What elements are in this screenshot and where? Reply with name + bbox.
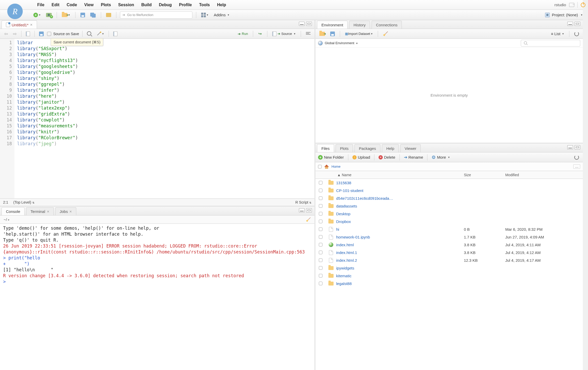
minimize-pane-icon[interactable]	[299, 22, 305, 26]
go-to-file-input[interactable]: ➔Go to file/function	[120, 11, 192, 19]
console-output[interactable]: Type 'demo()' for some demos, 'help()' f…	[0, 224, 314, 370]
code-tools-button[interactable]: ▼	[95, 30, 105, 37]
save-button[interactable]	[79, 11, 86, 19]
file-checkbox[interactable]	[319, 274, 322, 278]
breadcrumb-more[interactable]: …	[573, 164, 580, 169]
run-button[interactable]: ➔Run	[236, 30, 249, 37]
workspace-panes-button[interactable]: ▼	[200, 11, 210, 19]
tab-terminal[interactable]: Terminal ✕	[26, 207, 54, 215]
file-type-selector[interactable]: R Script ⇅	[295, 200, 311, 204]
tab-console[interactable]: Console	[2, 207, 25, 215]
file-name-link[interactable]: d54e7102c11ec6cd091bceada…	[336, 196, 464, 201]
menu-debug[interactable]: Debug	[155, 2, 175, 8]
file-name-link[interactable]: index.html.2	[336, 258, 464, 263]
home-icon[interactable]	[324, 165, 329, 169]
file-name-link[interactable]: legalst88	[336, 281, 464, 286]
show-in-new-window-button[interactable]	[25, 30, 31, 37]
save-document-button[interactable]	[38, 30, 45, 37]
environment-search-input[interactable]	[521, 40, 580, 47]
print-button[interactable]	[105, 11, 112, 19]
sign-out-icon[interactable]	[569, 3, 574, 7]
minimize-pane-icon[interactable]	[567, 145, 573, 149]
menu-code[interactable]: Code	[63, 2, 81, 8]
file-checkbox[interactable]	[319, 235, 322, 239]
menu-tools[interactable]: Tools	[195, 2, 213, 8]
rename-button[interactable]: ➔Rename	[404, 155, 423, 160]
source-dropdown-button[interactable]: ➔Source▼	[271, 30, 297, 37]
breadcrumb-home[interactable]: Home	[331, 165, 341, 168]
project-label[interactable]: Project: (None)	[552, 13, 578, 17]
more-dropdown[interactable]: ⚙More▼	[432, 155, 450, 160]
tab-files[interactable]: Files	[317, 144, 334, 152]
environment-scope-dropdown[interactable]: Global Environment ▼	[325, 41, 358, 45]
minimize-pane-icon[interactable]	[567, 22, 573, 26]
maximize-pane-icon[interactable]	[306, 208, 312, 212]
menu-file[interactable]: File	[34, 2, 48, 8]
clear-console-icon[interactable]: 🧹	[306, 217, 311, 222]
tab-packages[interactable]: Packages	[355, 144, 380, 152]
addins-dropdown[interactable]: Addins▼	[213, 11, 231, 19]
load-workspace-button[interactable]: ➜	[318, 30, 326, 37]
import-dataset-button[interactable]: ▦ Import Dataset▼	[344, 30, 374, 37]
file-name-link[interactable]: homework-01.ipynb	[336, 235, 464, 239]
tab-plots[interactable]: Plots	[336, 144, 353, 152]
file-name-link[interactable]: index.html	[336, 243, 464, 247]
outline-button[interactable]	[305, 30, 312, 37]
upload-button[interactable]: Upload	[352, 155, 370, 159]
file-checkbox[interactable]	[319, 258, 322, 262]
file-checkbox[interactable]	[319, 212, 322, 215]
file-checkbox[interactable]	[319, 181, 322, 184]
save-workspace-button[interactable]	[329, 30, 336, 37]
code-editor[interactable]: 123456789101112131415161718 librarlibrar…	[0, 39, 314, 198]
file-name-link[interactable]: Desktop	[336, 212, 464, 216]
select-all-checkbox[interactable]	[318, 165, 322, 168]
file-checkbox[interactable]	[319, 266, 322, 270]
menu-help[interactable]: Help	[214, 2, 230, 8]
file-checkbox[interactable]	[319, 204, 322, 208]
open-file-button[interactable]: ➜▼	[61, 11, 72, 19]
file-name-link[interactable]: index.html.1	[336, 250, 464, 255]
new-folder-button[interactable]: New Folder	[318, 155, 344, 160]
tab-viewer[interactable]: Viewer	[400, 144, 421, 152]
refresh-button[interactable]	[573, 30, 580, 37]
maximize-pane-icon[interactable]	[306, 22, 312, 26]
files-refresh-button[interactable]	[573, 154, 580, 161]
menu-session[interactable]: Session	[115, 2, 138, 8]
source-on-save-checkbox[interactable]	[47, 32, 51, 36]
file-name-link[interactable]: data8assets	[336, 204, 464, 208]
file-checkbox[interactable]	[319, 220, 322, 223]
save-all-button[interactable]	[89, 11, 97, 19]
nav-back-button[interactable]: ⇦	[3, 30, 9, 37]
file-name-link[interactable]: ipywidgets	[336, 266, 464, 270]
console-path-picker[interactable]: ▸	[8, 218, 10, 221]
file-name-link[interactable]: hi	[336, 227, 464, 232]
file-name-link[interactable]: CP-101-student	[336, 188, 464, 193]
file-name-link[interactable]: kitematic	[336, 274, 464, 278]
menu-view[interactable]: View	[81, 2, 97, 8]
file-checkbox[interactable]	[319, 282, 322, 285]
find-replace-button[interactable]	[86, 30, 93, 37]
file-checkbox[interactable]	[319, 227, 322, 231]
close-tab-icon[interactable]: ✕	[69, 210, 72, 213]
column-size[interactable]: Size	[464, 173, 505, 177]
tab-jobs[interactable]: Jobs ✕	[55, 207, 77, 215]
maximize-pane-icon[interactable]	[575, 145, 580, 149]
column-name[interactable]: ▲ Name	[336, 173, 464, 177]
clear-workspace-button[interactable]: 🧹	[382, 30, 389, 37]
tab-environment[interactable]: Environment	[317, 21, 348, 29]
file-checkbox[interactable]	[319, 196, 322, 200]
nav-forward-button[interactable]: ⇨	[11, 30, 18, 37]
menu-edit[interactable]: Edit	[48, 2, 63, 8]
re-run-button[interactable]: ↪	[257, 30, 263, 37]
close-tab-icon[interactable]: ✕	[47, 210, 49, 213]
delete-button[interactable]: Delete	[379, 155, 395, 159]
file-checkbox[interactable]	[319, 243, 322, 246]
scope-selector[interactable]: (Top Level) ⇅	[13, 200, 34, 204]
quit-session-icon[interactable]	[581, 3, 585, 7]
file-name-link[interactable]: 1315638	[336, 181, 464, 185]
compile-report-button[interactable]	[112, 30, 119, 37]
new-file-button[interactable]: ▼	[32, 11, 42, 19]
source-tab[interactable]: Untitled1* ✕	[2, 20, 37, 29]
maximize-pane-icon[interactable]	[575, 22, 580, 26]
file-checkbox[interactable]	[319, 189, 322, 192]
